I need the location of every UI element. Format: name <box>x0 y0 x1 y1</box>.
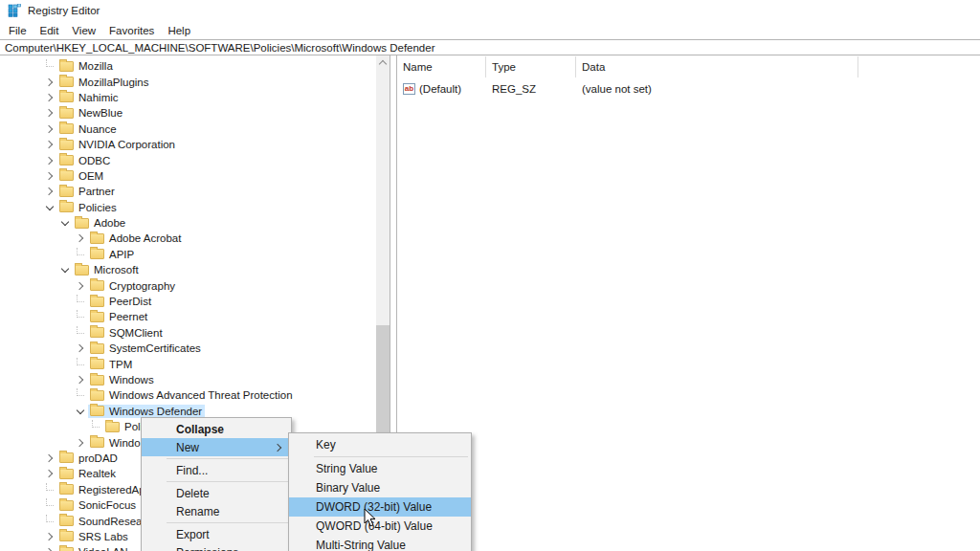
chevron-down-icon[interactable] <box>46 202 54 209</box>
folder-icon <box>59 140 74 150</box>
tree-line <box>77 326 84 334</box>
chevron-right-icon[interactable] <box>45 533 53 540</box>
submenu-item-string-value[interactable]: String Value <box>289 459 471 478</box>
tree-item-peernet[interactable]: Peernet <box>0 309 376 324</box>
chevron-right-icon[interactable] <box>45 77 53 85</box>
tree-item-label: Cryptography <box>109 280 175 292</box>
tree-item-label: SQMClient <box>109 327 163 339</box>
scroll-up-icon[interactable] <box>376 55 390 70</box>
folder-icon <box>90 359 104 369</box>
folder-icon <box>59 516 74 526</box>
submenu-item-key[interactable]: Key <box>289 435 471 454</box>
window-title: Registry Editor <box>28 5 100 16</box>
tree-item-mozilla[interactable]: Mozilla <box>0 58 376 74</box>
tree-item-adobe[interactable]: Adobe <box>0 215 376 231</box>
tree-item-label: Policies <box>78 202 117 213</box>
chevron-right-icon[interactable] <box>45 94 53 101</box>
chevron-right-icon[interactable] <box>45 109 53 117</box>
tree-item-nahimic[interactable]: Nahimic <box>0 90 376 105</box>
tree-item-partner[interactable]: Partner <box>0 184 376 199</box>
registry-editor-icon <box>8 4 21 17</box>
chevron-right-icon[interactable] <box>45 454 53 462</box>
chevron-right-icon[interactable] <box>76 344 83 352</box>
tree-item-adobe-acrobat[interactable]: Adobe Acrobat <box>0 231 376 246</box>
tree-item-mozillaplugins[interactable]: MozillaPlugins <box>0 74 376 89</box>
value-name: (Default) <box>419 83 461 95</box>
tree-item-label: Nahimic <box>78 92 119 103</box>
folder-icon <box>90 280 104 291</box>
menu-item-delete[interactable]: Delete <box>142 484 291 502</box>
menu-item-label: String Value <box>316 462 377 475</box>
tree-item-windows[interactable]: Windows <box>0 372 376 387</box>
menu-separator <box>314 456 468 457</box>
column-header-type[interactable]: Type <box>486 56 576 77</box>
tree-item-cryptography[interactable]: Cryptography <box>0 277 376 293</box>
tree-item-newblue[interactable]: NewBlue <box>0 105 376 121</box>
folder-icon <box>90 249 104 259</box>
tree-item-peerdist[interactable]: PeerDist <box>0 294 376 309</box>
scrollbar-thumb[interactable] <box>376 325 390 446</box>
menu-item-find[interactable]: Find... <box>142 461 291 479</box>
folder-icon <box>59 92 74 102</box>
tree-item-apip[interactable]: APIP <box>0 247 376 262</box>
menu-item-label: Export <box>176 528 210 541</box>
menu-item-permissions[interactable]: Permissions... <box>142 543 291 551</box>
tree-item-label: OEM <box>78 170 103 182</box>
tree-item-odbc[interactable]: ODBC <box>0 152 376 167</box>
submenu-item-multi-string-value[interactable]: Multi-String Value <box>289 536 471 551</box>
column-header-data[interactable]: Data <box>576 56 858 77</box>
chevron-down-icon[interactable] <box>77 407 84 414</box>
menu-favorites[interactable]: Favorites <box>102 25 161 36</box>
chevron-right-icon[interactable] <box>45 172 53 180</box>
tree-item-label: RegisteredAp <box>78 484 145 496</box>
tree-item-label: NewBlue <box>78 107 122 119</box>
chevron-down-icon[interactable] <box>61 218 69 226</box>
chevron-right-icon[interactable] <box>45 187 53 195</box>
menu-item-rename[interactable]: Rename <box>142 502 291 520</box>
folder-icon <box>90 233 104 244</box>
menu-item-label: Multi-String Value <box>316 539 406 551</box>
tree-item-label: Adobe <box>94 217 125 229</box>
menu-item-export[interactable]: Export <box>142 525 291 543</box>
folder-icon <box>90 312 104 322</box>
menu-item-new[interactable]: New <box>142 438 291 456</box>
chevron-right-icon[interactable] <box>45 470 53 477</box>
chevron-right-icon[interactable] <box>76 234 83 242</box>
tree-item-windows-advanced-threat-protection[interactable]: Windows Advanced Threat Protection <box>0 387 376 403</box>
menu-view[interactable]: View <box>65 25 102 36</box>
tree-item-microsoft[interactable]: Microsoft <box>0 262 376 277</box>
tree-line <box>77 310 84 318</box>
chevron-right-icon[interactable] <box>45 141 53 148</box>
menu-separator <box>167 458 288 459</box>
tree-item-label: NVIDIA Corporation <box>78 139 175 150</box>
value-data-cell: (value not set) <box>576 83 858 95</box>
menu-item-collapse[interactable]: Collapse <box>142 420 291 438</box>
tree-item-nuance[interactable]: Nuance <box>0 121 376 137</box>
table-row[interactable]: ab(Default)REG_SZ(value not set) <box>397 80 980 97</box>
tree-item-label: proDAD <box>78 452 118 464</box>
tree-item-policies[interactable]: Policies <box>0 200 376 215</box>
menu-file[interactable]: File <box>2 25 33 36</box>
menu-help[interactable]: Help <box>161 25 197 36</box>
menu-edit[interactable]: Edit <box>33 25 66 36</box>
chevron-down-icon[interactable] <box>61 265 69 273</box>
chevron-right-icon[interactable] <box>76 376 83 384</box>
column-header-name[interactable]: Name <box>397 56 486 77</box>
tree-item-tpm[interactable]: TPM <box>0 356 376 371</box>
folder-icon <box>59 469 74 479</box>
submenu-item-dword-32-bit-value[interactable]: DWORD (32-bit) Value <box>289 497 471 517</box>
chevron-right-icon[interactable] <box>45 156 53 164</box>
tree-item-systemcertificates[interactable]: SystemCertificates <box>0 341 376 356</box>
chevron-right-icon[interactable] <box>45 125 53 133</box>
tree-item-oem[interactable]: OEM <box>0 168 376 184</box>
submenu-item-qword-64-bit-value[interactable]: QWORD (64-bit) Value <box>289 517 471 536</box>
tree-line <box>46 515 54 522</box>
tree-item-label: SonicFocus <box>78 499 136 511</box>
chevron-right-icon[interactable] <box>76 438 83 446</box>
address-path: Computer\HKEY_LOCAL_MACHINE\SOFTWARE\Pol… <box>5 42 434 54</box>
tree-item-sqmclient[interactable]: SQMClient <box>0 325 376 341</box>
tree-item-nvidia-corporation[interactable]: NVIDIA Corporation <box>0 137 376 152</box>
submenu-item-binary-value[interactable]: Binary Value <box>289 478 471 497</box>
chevron-right-icon[interactable] <box>76 281 83 289</box>
address-bar[interactable]: Computer\HKEY_LOCAL_MACHINE\SOFTWARE\Pol… <box>0 39 980 55</box>
